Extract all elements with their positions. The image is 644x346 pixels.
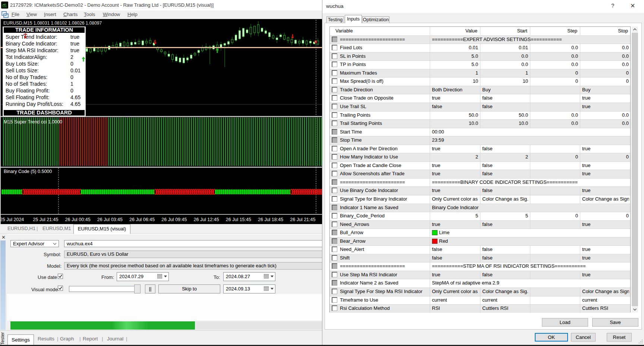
svg-text:26 Jul 18:45: 26 Jul 18:45	[258, 217, 283, 222]
svg-text:26 Jul 09:45: 26 Jul 09:45	[161, 217, 187, 222]
svg-text:Tester: Tester	[0, 332, 5, 345]
svg-text:26 Jul 06:45: 26 Jul 06:45	[129, 217, 155, 222]
svg-text:Binary Code (5) 0.5000: Binary Code (5) 0.5000	[4, 169, 52, 174]
svg-text:26 Jul 03:45: 26 Jul 03:45	[97, 217, 123, 222]
svg-text:C: C	[4, 3, 7, 7]
svg-text:26 Jul 15:45: 26 Jul 15:45	[226, 217, 251, 222]
svg-text:EURUSD,M15 1.08031 1.08102 1.: EURUSD,M15 1.08031 1.08102 1.08026 1.080…	[3, 21, 102, 26]
svg-text:26 Jul 21:45: 26 Jul 21:45	[290, 217, 315, 222]
svg-text:25 Jul 21:45: 25 Jul 21:45	[33, 217, 58, 222]
svg-text:M15 Super Trend cci 1.0000: M15 Super Trend cci 1.0000	[4, 119, 62, 125]
svg-text:25 Jul 2024: 25 Jul 2024	[1, 217, 24, 222]
svg-text:26 Jul 00:45: 26 Jul 00:45	[65, 217, 91, 222]
svg-text:26 Jul 12:45: 26 Jul 12:45	[194, 217, 219, 222]
